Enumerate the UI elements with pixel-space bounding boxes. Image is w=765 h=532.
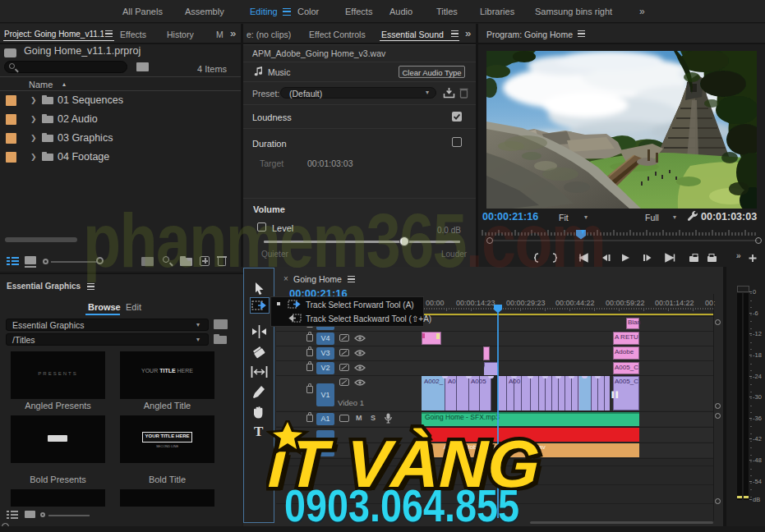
svg-text:»: »	[736, 251, 741, 260]
